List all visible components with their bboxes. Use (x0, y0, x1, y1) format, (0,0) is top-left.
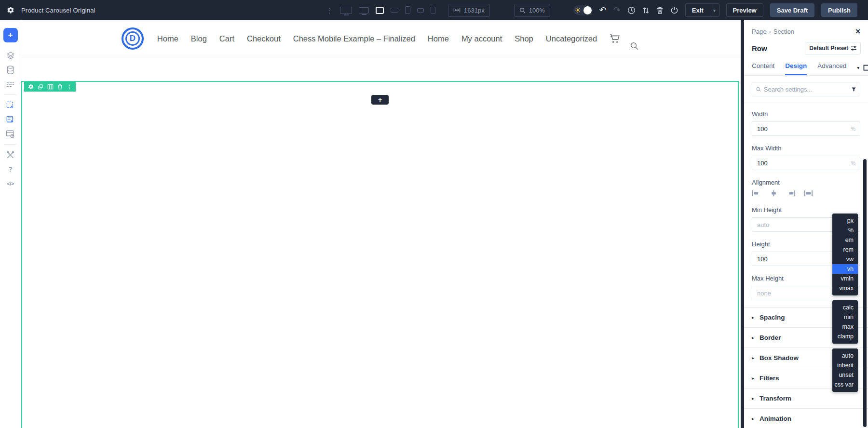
breakpoint-desktop-icon[interactable] (359, 7, 369, 13)
align-left-icon[interactable] (752, 190, 761, 197)
database-icon[interactable] (0, 63, 21, 77)
breakpoint-tablet-icon[interactable] (391, 8, 398, 13)
section-animation[interactable]: ▸ Animation (744, 409, 868, 428)
nav-item[interactable]: Checkout (247, 34, 281, 43)
unit-option[interactable]: css var (832, 380, 858, 389)
search-icon[interactable] (630, 42, 638, 50)
publish-button[interactable]: Publish (821, 3, 857, 17)
nav-item[interactable]: Chess Mobile Example – Finalized (293, 34, 415, 43)
unit-option[interactable]: unset (832, 370, 858, 380)
filter-funnel-icon[interactable] (852, 87, 856, 92)
import-export-icon[interactable] (642, 6, 650, 14)
breakpoint-phone-small-icon[interactable] (431, 7, 435, 14)
cart-icon[interactable] (610, 34, 620, 43)
delete-trash-icon[interactable] (57, 84, 63, 90)
align-right-icon[interactable] (787, 190, 796, 197)
unit-option[interactable]: px (832, 216, 858, 226)
select-section-mode-icon[interactable] (0, 98, 21, 112)
alignment-options (752, 190, 860, 197)
viewport-width-control[interactable]: 1631px (448, 4, 490, 17)
theme-toggle[interactable] (573, 5, 593, 15)
undo-icon[interactable]: ↶ (599, 6, 607, 14)
settings-search-input[interactable] (764, 86, 849, 93)
selected-section-outline[interactable]: ⋮ + (21, 81, 739, 428)
unit-option[interactable]: vmin (832, 274, 858, 283)
help-icon[interactable]: ? (0, 162, 21, 176)
redo-icon[interactable]: ↷ (613, 6, 621, 14)
select-element-mode-icon[interactable] (0, 112, 21, 127)
nav-item[interactable]: Uncategorized (546, 34, 597, 43)
toggle-knob (583, 6, 592, 14)
unit-option[interactable]: max (832, 322, 858, 332)
unit-option[interactable]: em (832, 235, 858, 245)
breakpoint-desktop-xl-icon[interactable] (340, 7, 352, 14)
duplicate-icon[interactable] (38, 84, 43, 90)
global-blocks-icon[interactable] (0, 127, 21, 141)
panel-breadcrumb: Page › Section ✕ (744, 20, 868, 35)
breadcrumb-current[interactable]: Section (773, 28, 794, 35)
exit-button[interactable]: Exit ▾ (685, 3, 719, 17)
breadcrumb-parent[interactable]: Page (752, 28, 766, 35)
tab-design[interactable]: Design (785, 62, 807, 75)
nav-item[interactable]: Shop (515, 34, 533, 43)
tab-advanced[interactable]: Advanced (817, 62, 846, 75)
max-width-unit[interactable]: % (851, 160, 860, 166)
nav-item[interactable]: Home (157, 34, 178, 43)
structure-list-icon[interactable] (0, 77, 21, 92)
topbar-actions: ↶ ↷ Exit ▾ Preview Save Draft Publish (573, 3, 868, 17)
code-icon[interactable]: </> (0, 176, 21, 191)
unit-option[interactable]: rem (832, 245, 858, 254)
panel-scrollbar[interactable] (863, 159, 867, 427)
unit-option[interactable]: auto (832, 351, 858, 361)
unit-dropdown: px % em rem vw vh vmin vmax calc min max… (832, 214, 858, 397)
power-icon[interactable] (670, 6, 678, 14)
nav-item[interactable]: My account (461, 34, 502, 43)
unit-option[interactable]: vw (832, 254, 858, 264)
breakpoint-tablet-landscape-icon[interactable] (376, 7, 384, 14)
frame-toggle-icon[interactable] (863, 65, 868, 71)
exit-caret-icon[interactable]: ▾ (710, 4, 719, 16)
columns-icon[interactable] (47, 84, 54, 90)
tab-content[interactable]: Content (752, 62, 774, 75)
unit-option[interactable]: inherit (832, 361, 858, 370)
trash-icon[interactable] (656, 6, 664, 14)
width-input[interactable] (752, 125, 851, 133)
section-settings-gear-icon[interactable] (28, 84, 34, 90)
nav-item[interactable]: Blog (191, 34, 207, 43)
add-element-button[interactable]: + (3, 28, 18, 42)
panel-tabs: Content Design Advanced ▾ (744, 54, 868, 76)
layers-icon[interactable] (0, 48, 21, 63)
unit-option[interactable]: vmax (832, 283, 858, 293)
add-block-button[interactable]: + (371, 95, 389, 105)
more-options-icon[interactable]: ⋮ (67, 84, 72, 90)
nav-item[interactable]: Home (428, 34, 449, 43)
history-clock-icon[interactable] (627, 6, 636, 14)
width-unit[interactable]: % (851, 126, 860, 132)
close-panel-icon[interactable]: ✕ (855, 27, 861, 35)
default-preset-button[interactable]: Default Preset (805, 42, 861, 54)
breakpoint-toolbar: ⋮ 1631px 100% (326, 0, 550, 20)
tabs-caret-icon[interactable]: ▾ (857, 65, 859, 70)
breakpoint-phone-landscape-icon[interactable] (417, 8, 424, 13)
settings-gear-icon[interactable] (7, 6, 14, 14)
unit-option[interactable]: clamp (832, 332, 858, 341)
save-draft-button[interactable]: Save Draft (770, 3, 814, 17)
align-center-icon[interactable] (769, 190, 778, 197)
breakpoint-phone-portrait-icon[interactable] (405, 6, 410, 14)
site-header: D Home Blog Cart Checkout Chess Mobile E… (21, 20, 741, 57)
unit-group-keywords: auto inherit unset css var (832, 348, 858, 392)
align-stretch-icon[interactable] (804, 190, 813, 197)
settings-search[interactable] (752, 82, 860, 96)
unit-option[interactable]: calc (832, 303, 858, 312)
unit-option[interactable]: min (832, 312, 858, 322)
min-height-label: Min Height (752, 206, 860, 214)
zoom-control[interactable]: 100% (514, 4, 550, 17)
nav-item[interactable]: Cart (219, 34, 234, 43)
unit-option[interactable]: % (832, 226, 858, 235)
max-width-input[interactable] (752, 160, 851, 167)
unit-option[interactable]: vh (832, 264, 858, 274)
site-logo[interactable]: D (122, 27, 144, 50)
tools-icon[interactable] (0, 147, 21, 162)
drag-handle-icon[interactable]: ⋮ (326, 7, 333, 14)
preview-button[interactable]: Preview (726, 3, 763, 17)
